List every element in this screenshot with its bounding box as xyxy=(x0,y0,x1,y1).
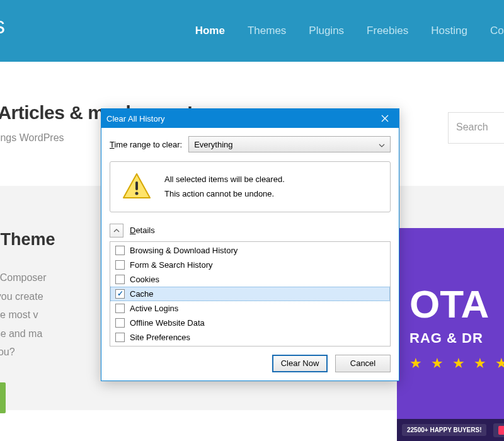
dialog-footer: Clear Now Cancel xyxy=(110,355,391,372)
cancel-button[interactable]: Cancel xyxy=(335,355,391,372)
clear-now-button[interactable]: Clear Now xyxy=(272,355,328,372)
elementor-icon xyxy=(498,426,504,435)
warning-line1: All selected items will be cleared. xyxy=(164,172,285,186)
details-label: Details xyxy=(130,226,155,235)
item-label: Browsing & Download History xyxy=(130,246,238,255)
item-browsing-download-history[interactable]: Browsing & Download History xyxy=(110,243,390,258)
nav-hosting[interactable]: Hosting xyxy=(431,25,467,37)
item-offline-data[interactable]: Offline Website Data xyxy=(110,316,390,330)
item-site-prefs[interactable]: Site Preferences xyxy=(110,330,390,345)
promo-sub-text: RAG & DR xyxy=(410,330,504,346)
dialog-title: Clear All History xyxy=(106,114,164,123)
checkbox-cookies[interactable] xyxy=(115,275,125,284)
checkbox-browsing[interactable] xyxy=(115,246,125,255)
chevron-down-icon xyxy=(379,140,385,149)
close-icon xyxy=(381,115,389,122)
search-input[interactable]: Search xyxy=(448,112,504,144)
promo-footer-left: 22500+ HAPPY BUYERS! xyxy=(402,424,486,436)
item-cache[interactable]: Cache xyxy=(110,287,390,301)
item-label: Cache xyxy=(130,289,154,299)
item-active-logins[interactable]: Active Logins xyxy=(110,301,390,316)
promo-stars: ★ ★ ★ ★ ★ xyxy=(410,355,504,372)
nav-themes[interactable]: Themes xyxy=(248,25,286,37)
close-button[interactable] xyxy=(371,109,399,128)
details-row: Details xyxy=(110,224,391,238)
warning-line2: This action cannot be undone. xyxy=(164,186,285,201)
item-label: Cookies xyxy=(130,275,159,284)
item-cookies[interactable]: Cookies xyxy=(110,272,390,287)
time-range-label: Time range to clear: xyxy=(110,140,182,149)
promo-footer-right: EASY TO CUSTOMIZE xyxy=(493,423,504,437)
nav-coupons[interactable]: Coupo xyxy=(490,25,504,37)
cta-button[interactable]: RE xyxy=(0,382,6,413)
item-label: Offline Website Data xyxy=(130,318,205,328)
warning-box: All selected items will be cleared. This… xyxy=(110,161,391,212)
time-range-row: Time range to clear: Everything xyxy=(110,136,391,152)
details-toggle[interactable] xyxy=(110,224,123,238)
checkbox-active-logins[interactable] xyxy=(115,304,125,313)
promo-footer: 22500+ HAPPY BUYERS! EASY TO CUSTOMIZE xyxy=(397,419,504,441)
site-header: s Home Themes Plugins Freebies Hosting C… xyxy=(0,0,504,62)
item-form-search-history[interactable]: Form & Search History xyxy=(110,258,390,272)
logo-fragment: s xyxy=(0,13,5,39)
clear-history-dialog: Clear All History Time range to clear: E… xyxy=(101,108,399,381)
checkbox-form[interactable] xyxy=(115,260,125,270)
item-label: Active Logins xyxy=(130,304,178,313)
promo-banner[interactable]: OTA RAG & DR ★ ★ ★ ★ ★ xyxy=(397,228,504,436)
promo-big-text: OTA xyxy=(410,285,504,324)
dialog-titlebar[interactable]: Clear All History xyxy=(101,109,399,128)
warning-text: All selected items will be cleared. This… xyxy=(164,172,285,202)
warning-icon xyxy=(122,173,152,200)
checkbox-offline[interactable] xyxy=(115,318,125,328)
time-range-select[interactable]: Everything xyxy=(188,136,391,152)
item-label: Site Preferences xyxy=(130,333,190,342)
nav-plugins[interactable]: Plugins xyxy=(309,25,344,37)
time-range-value: Everything xyxy=(194,140,232,149)
nav-home[interactable]: Home xyxy=(195,25,225,37)
chevron-up-icon xyxy=(113,229,120,232)
checkbox-site-prefs[interactable] xyxy=(115,333,125,342)
dialog-body: Time range to clear: Everything All sele… xyxy=(101,128,399,381)
svg-point-1 xyxy=(135,192,139,195)
history-items-list: Browsing & Download History Form & Searc… xyxy=(110,241,391,346)
item-label: Form & Search History xyxy=(130,260,212,270)
svg-rect-0 xyxy=(135,181,138,190)
checkbox-cache[interactable] xyxy=(115,289,125,299)
nav-freebies[interactable]: Freebies xyxy=(367,25,408,37)
